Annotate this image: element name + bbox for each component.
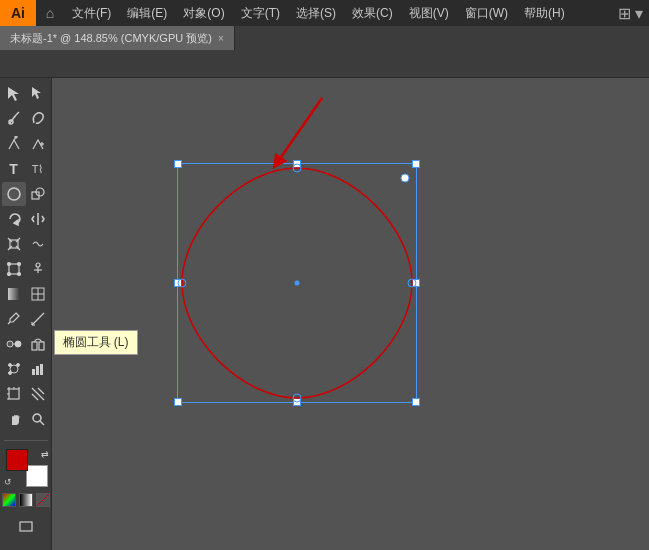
pen-tool-button[interactable] [2, 132, 26, 156]
svg-marker-0 [8, 87, 19, 101]
svg-line-53 [32, 388, 44, 400]
scale-tool-button[interactable] [2, 232, 26, 256]
zoom-tool-button[interactable] [26, 407, 50, 431]
tool-row-transform [2, 207, 50, 231]
svg-point-21 [7, 273, 10, 276]
svg-rect-45 [40, 364, 43, 375]
svg-point-5 [15, 136, 17, 138]
tool-row-gradient [2, 282, 50, 306]
hand-tool-button[interactable] [2, 407, 26, 431]
selection-tool-button[interactable] [2, 82, 26, 106]
menu-items: 文件(F) 编辑(E) 对象(O) 文字(T) 选择(S) 效果(C) 视图(V… [64, 0, 573, 26]
tool-row-extra [14, 514, 38, 538]
svg-rect-43 [32, 369, 35, 375]
tab-bar: 未标题-1* @ 148.85% (CMYK/GPU 预览) × [0, 26, 649, 50]
menu-bar: Ai ⌂ 文件(F) 编辑(E) 对象(O) 文字(T) 选择(S) 效果(C)… [0, 0, 649, 26]
svg-line-31 [32, 313, 44, 325]
menu-right-controls: ⊞ ▾ [618, 4, 649, 23]
options-bar [0, 50, 649, 78]
svg-line-54 [38, 388, 44, 394]
eyedropper-tool-button[interactable] [2, 307, 26, 331]
svg-marker-11 [14, 220, 18, 225]
measure-tool-button[interactable] [26, 307, 50, 331]
svg-point-34 [7, 341, 13, 347]
chevron-down-icon[interactable]: ▾ [635, 4, 643, 23]
home-button[interactable]: ⌂ [36, 0, 64, 26]
fill-swatch[interactable] [6, 449, 28, 471]
main-area: T T⌇ 椭圆工具 (L) [0, 78, 649, 550]
tool-row-type: T T⌇ [2, 157, 50, 181]
svg-point-35 [15, 341, 21, 347]
menu-view[interactable]: 视图(V) [401, 0, 457, 26]
change-screen-mode-button[interactable] [14, 514, 38, 538]
document-tab[interactable]: 未标题-1* @ 148.85% (CMYK/GPU 预览) × [0, 26, 235, 50]
menu-object[interactable]: 对象(O) [175, 0, 232, 26]
warp-tool-button[interactable] [26, 232, 50, 256]
swap-colors-icon[interactable]: ⇄ [41, 449, 49, 459]
tool-row-scale [2, 232, 50, 256]
menu-effect[interactable]: 效果(C) [344, 0, 401, 26]
menu-edit[interactable]: 编辑(E) [119, 0, 175, 26]
type-touch-tool-button[interactable]: T⌇ [26, 157, 50, 181]
tab-label: 未标题-1* @ 148.85% (CMYK/GPU 预览) [10, 31, 212, 46]
tool-row-blend [2, 332, 50, 356]
magic-wand-tool-button[interactable] [2, 107, 26, 131]
lasso-tool-button[interactable] [26, 107, 50, 131]
app-logo: Ai [0, 0, 36, 26]
free-transform-tool-button[interactable] [2, 257, 26, 281]
tool-row-pen [2, 132, 50, 156]
color-mode-icon[interactable] [2, 493, 16, 507]
blend-tool-button[interactable] [2, 332, 26, 356]
svg-point-8 [8, 188, 20, 200]
puppet-warp-tool-button[interactable] [26, 257, 50, 281]
type-tool-button[interactable]: T [2, 157, 26, 181]
squircle-shape [177, 163, 417, 403]
pen-add-tool-button[interactable] [26, 132, 50, 156]
none-swatch[interactable] [36, 493, 50, 507]
tool-row-eyedropper [2, 307, 50, 331]
default-colors-icon[interactable]: ↺ [4, 477, 12, 487]
stroke-swatch[interactable] [26, 465, 48, 487]
reflect-tool-button[interactable] [26, 207, 50, 231]
live-paint-tool-button[interactable] [26, 332, 50, 356]
svg-point-42 [8, 372, 11, 375]
menu-window[interactable]: 窗口(W) [457, 0, 516, 26]
grid-layout-icon[interactable]: ⊞ [618, 4, 631, 23]
menu-type[interactable]: 文字(T) [233, 0, 288, 26]
svg-rect-37 [32, 342, 37, 350]
svg-point-41 [16, 364, 19, 367]
gradient-tool-button[interactable] [2, 282, 26, 306]
svg-line-60 [277, 98, 322, 163]
mesh-tool-button[interactable] [26, 282, 50, 306]
direct-selection-tool-button[interactable] [26, 82, 50, 106]
ellipse-tool-button[interactable] [2, 182, 26, 206]
column-graph-tool-button[interactable] [26, 357, 50, 381]
tool-row-symbol [2, 357, 50, 381]
svg-rect-58 [20, 522, 32, 531]
tab-close-button[interactable]: × [218, 33, 224, 44]
gradient-swatch[interactable] [19, 493, 33, 507]
canvas-area[interactable] [52, 78, 649, 550]
menu-file[interactable]: 文件(F) [64, 0, 119, 26]
svg-line-3 [16, 112, 19, 115]
svg-rect-26 [8, 288, 20, 300]
toolbar-divider [4, 440, 48, 441]
svg-line-55 [32, 394, 38, 400]
svg-rect-38 [39, 342, 44, 350]
menu-help[interactable]: 帮助(H) [516, 0, 573, 26]
tool-row-hand [2, 407, 50, 431]
svg-point-20 [17, 263, 20, 266]
artboard-tool-button[interactable] [2, 382, 26, 406]
rotate-tool-button[interactable] [2, 207, 26, 231]
svg-rect-46 [9, 389, 19, 399]
menu-select[interactable]: 选择(S) [288, 0, 344, 26]
tool-row-2 [2, 107, 50, 131]
svg-line-57 [40, 421, 44, 425]
shape-builder-tool-button[interactable] [26, 182, 50, 206]
svg-point-65 [401, 174, 409, 182]
svg-point-19 [7, 263, 10, 266]
tool-row-select [2, 82, 50, 106]
svg-marker-1 [32, 87, 41, 99]
symbol-sprayer-tool-button[interactable] [2, 357, 26, 381]
slice-tool-button[interactable] [26, 382, 50, 406]
